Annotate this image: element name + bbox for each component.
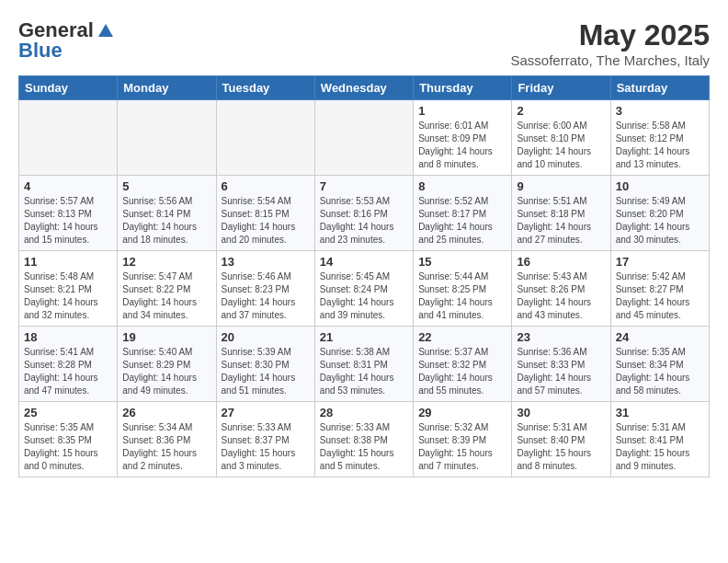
- day-number: 7: [320, 179, 408, 193]
- day-number: 28: [320, 406, 408, 419]
- day-info: Sunrise: 5:35 AM Sunset: 8:35 PM Dayligh…: [24, 421, 112, 473]
- calendar-cell: 9Sunrise: 5:51 AM Sunset: 8:18 PM Daylig…: [512, 176, 610, 251]
- day-info: Sunrise: 5:41 AM Sunset: 8:28 PM Dayligh…: [24, 346, 112, 397]
- day-header-thursday: Thursday: [414, 76, 512, 100]
- calendar-cell: 20Sunrise: 5:39 AM Sunset: 8:30 PM Dayli…: [216, 327, 314, 402]
- day-info: Sunrise: 5:39 AM Sunset: 8:30 PM Dayligh…: [222, 346, 310, 397]
- day-info: Sunrise: 6:01 AM Sunset: 8:09 PM Dayligh…: [418, 120, 506, 171]
- day-info: Sunrise: 5:44 AM Sunset: 8:25 PM Dayligh…: [418, 270, 506, 322]
- day-number: 18: [24, 330, 112, 344]
- day-header-friday: Friday: [512, 76, 610, 100]
- day-info: Sunrise: 5:37 AM Sunset: 8:32 PM Dayligh…: [418, 346, 506, 397]
- day-number: 27: [222, 406, 310, 419]
- calendar-cell: 7Sunrise: 5:53 AM Sunset: 8:16 PM Daylig…: [314, 176, 413, 251]
- day-info: Sunrise: 5:33 AM Sunset: 8:37 PM Dayligh…: [222, 421, 310, 473]
- calendar-cell: 1Sunrise: 6:01 AM Sunset: 8:09 PM Daylig…: [414, 100, 512, 176]
- calendar-cell: 28Sunrise: 5:33 AM Sunset: 8:38 PM Dayli…: [314, 402, 413, 477]
- page-header: General Blue May 2025 Sassoferrato, The …: [18, 18, 710, 68]
- day-info: Sunrise: 5:36 AM Sunset: 8:33 PM Dayligh…: [517, 346, 605, 397]
- day-number: 15: [418, 255, 506, 269]
- day-number: 12: [122, 255, 210, 269]
- calendar-cell: 8Sunrise: 5:52 AM Sunset: 8:17 PM Daylig…: [414, 176, 512, 251]
- calendar-cell: 3Sunrise: 5:58 AM Sunset: 8:12 PM Daylig…: [610, 100, 709, 176]
- calendar-cell: 25Sunrise: 5:35 AM Sunset: 8:35 PM Dayli…: [19, 402, 118, 477]
- day-info: Sunrise: 5:34 AM Sunset: 8:36 PM Dayligh…: [122, 421, 210, 473]
- day-header-monday: Monday: [118, 76, 216, 100]
- day-number: 3: [616, 104, 704, 118]
- day-info: Sunrise: 5:49 AM Sunset: 8:20 PM Dayligh…: [616, 195, 704, 247]
- calendar-cell: [118, 100, 216, 176]
- day-number: 6: [222, 179, 310, 193]
- day-info: Sunrise: 5:47 AM Sunset: 8:22 PM Dayligh…: [122, 270, 210, 322]
- calendar-cell: [216, 100, 314, 176]
- day-info: Sunrise: 5:56 AM Sunset: 8:14 PM Dayligh…: [122, 195, 210, 247]
- calendar-cell: 27Sunrise: 5:33 AM Sunset: 8:37 PM Dayli…: [216, 402, 314, 477]
- calendar-cell: 10Sunrise: 5:49 AM Sunset: 8:20 PM Dayli…: [610, 176, 709, 251]
- calendar-cell: 13Sunrise: 5:46 AM Sunset: 8:23 PM Dayli…: [216, 251, 314, 327]
- calendar-cell: 11Sunrise: 5:48 AM Sunset: 8:21 PM Dayli…: [19, 251, 118, 327]
- day-info: Sunrise: 5:53 AM Sunset: 8:16 PM Dayligh…: [320, 195, 408, 247]
- logo-blue-text: Blue: [18, 39, 63, 63]
- day-number: 26: [122, 406, 210, 419]
- day-number: 30: [517, 406, 605, 419]
- calendar-cell: 22Sunrise: 5:37 AM Sunset: 8:32 PM Dayli…: [414, 327, 512, 402]
- day-number: 23: [517, 330, 605, 344]
- calendar-header-row: SundayMondayTuesdayWednesdayThursdayFrid…: [19, 76, 710, 100]
- calendar-cell: 29Sunrise: 5:32 AM Sunset: 8:39 PM Dayli…: [414, 402, 512, 477]
- location: Sassoferrato, The Marches, Italy: [511, 52, 710, 68]
- day-info: Sunrise: 5:31 AM Sunset: 8:41 PM Dayligh…: [616, 421, 704, 473]
- day-info: Sunrise: 5:48 AM Sunset: 8:21 PM Dayligh…: [24, 270, 112, 322]
- day-number: 4: [24, 179, 112, 193]
- day-info: Sunrise: 5:31 AM Sunset: 8:40 PM Dayligh…: [517, 421, 605, 473]
- calendar-cell: 2Sunrise: 6:00 AM Sunset: 8:10 PM Daylig…: [512, 100, 610, 176]
- calendar-cell: 19Sunrise: 5:40 AM Sunset: 8:29 PM Dayli…: [118, 327, 216, 402]
- calendar-week-row: 11Sunrise: 5:48 AM Sunset: 8:21 PM Dayli…: [19, 251, 710, 327]
- calendar-cell: 5Sunrise: 5:56 AM Sunset: 8:14 PM Daylig…: [118, 176, 216, 251]
- day-number: 8: [418, 179, 506, 193]
- day-info: Sunrise: 5:57 AM Sunset: 8:13 PM Dayligh…: [24, 195, 112, 247]
- day-number: 14: [320, 255, 408, 269]
- calendar-cell: 23Sunrise: 5:36 AM Sunset: 8:33 PM Dayli…: [512, 327, 610, 402]
- calendar-cell: [314, 100, 413, 176]
- calendar-week-row: 25Sunrise: 5:35 AM Sunset: 8:35 PM Dayli…: [19, 402, 710, 477]
- day-info: Sunrise: 5:51 AM Sunset: 8:18 PM Dayligh…: [517, 195, 605, 247]
- logo: General Blue: [18, 18, 116, 63]
- calendar-cell: 16Sunrise: 5:43 AM Sunset: 8:26 PM Dayli…: [512, 251, 610, 327]
- month-title: May 2025: [511, 18, 710, 52]
- svg-marker-0: [98, 24, 113, 37]
- day-number: 25: [24, 406, 112, 419]
- calendar-cell: [19, 100, 118, 176]
- day-number: 17: [616, 255, 704, 269]
- day-info: Sunrise: 5:33 AM Sunset: 8:38 PM Dayligh…: [320, 421, 408, 473]
- calendar-cell: 14Sunrise: 5:45 AM Sunset: 8:24 PM Dayli…: [314, 251, 413, 327]
- day-number: 10: [616, 179, 704, 193]
- day-info: Sunrise: 5:42 AM Sunset: 8:27 PM Dayligh…: [616, 270, 704, 322]
- calendar-table: SundayMondayTuesdayWednesdayThursdayFrid…: [18, 75, 710, 477]
- day-number: 2: [517, 104, 605, 118]
- day-number: 13: [222, 255, 310, 269]
- day-info: Sunrise: 5:52 AM Sunset: 8:17 PM Dayligh…: [418, 195, 506, 247]
- day-number: 31: [616, 406, 704, 419]
- calendar-cell: 31Sunrise: 5:31 AM Sunset: 8:41 PM Dayli…: [610, 402, 709, 477]
- day-header-sunday: Sunday: [19, 76, 118, 100]
- day-header-wednesday: Wednesday: [314, 76, 413, 100]
- day-number: 5: [122, 179, 210, 193]
- calendar-cell: 18Sunrise: 5:41 AM Sunset: 8:28 PM Dayli…: [19, 327, 118, 402]
- day-number: 1: [418, 104, 506, 118]
- day-number: 22: [418, 330, 506, 344]
- calendar-cell: 12Sunrise: 5:47 AM Sunset: 8:22 PM Dayli…: [118, 251, 216, 327]
- day-info: Sunrise: 6:00 AM Sunset: 8:10 PM Dayligh…: [517, 120, 605, 171]
- day-number: 24: [616, 330, 704, 344]
- calendar-cell: 15Sunrise: 5:44 AM Sunset: 8:25 PM Dayli…: [414, 251, 512, 327]
- day-number: 21: [320, 330, 408, 344]
- calendar-week-row: 4Sunrise: 5:57 AM Sunset: 8:13 PM Daylig…: [19, 176, 710, 251]
- day-info: Sunrise: 5:40 AM Sunset: 8:29 PM Dayligh…: [122, 346, 210, 397]
- logo-triangle-icon: [96, 20, 116, 40]
- day-info: Sunrise: 5:32 AM Sunset: 8:39 PM Dayligh…: [418, 421, 506, 473]
- day-header-saturday: Saturday: [610, 76, 709, 100]
- calendar-week-row: 18Sunrise: 5:41 AM Sunset: 8:28 PM Dayli…: [19, 327, 710, 402]
- day-info: Sunrise: 5:38 AM Sunset: 8:31 PM Dayligh…: [320, 346, 408, 397]
- day-info: Sunrise: 5:46 AM Sunset: 8:23 PM Dayligh…: [222, 270, 310, 322]
- calendar-week-row: 1Sunrise: 6:01 AM Sunset: 8:09 PM Daylig…: [19, 100, 710, 176]
- day-info: Sunrise: 5:43 AM Sunset: 8:26 PM Dayligh…: [517, 270, 605, 322]
